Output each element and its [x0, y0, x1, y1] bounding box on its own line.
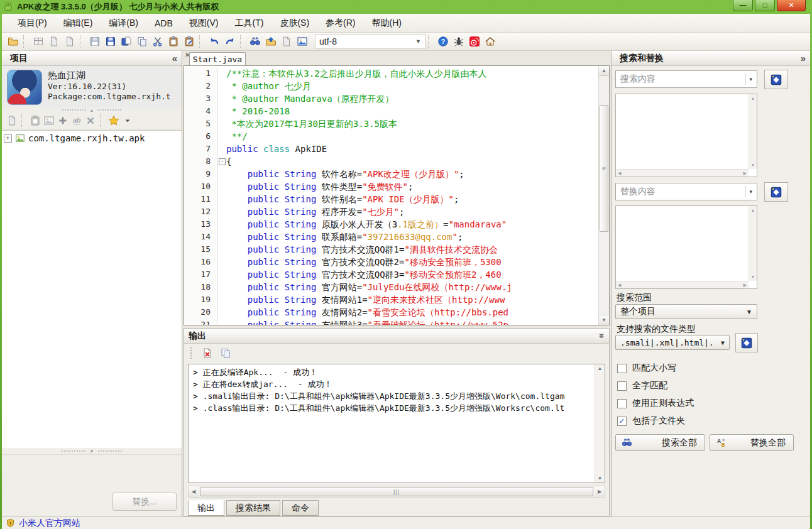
checkbox-unchecked-icon[interactable]	[617, 364, 627, 373]
output-vertical-scrollbar[interactable]: ▲ ▼	[595, 364, 605, 483]
project-bottom-splitter[interactable]: ▼	[2, 448, 182, 454]
checkbox-row-包括子文件夹[interactable]: ✓包括子文件夹	[617, 415, 685, 427]
checkbox-row-全字匹配[interactable]: 全字匹配	[617, 380, 667, 391]
tree-expander-icon[interactable]: +	[4, 134, 12, 143]
menu-item-项目[interactable]: 项目(P)	[9, 15, 55, 31]
copy-icon[interactable]	[134, 34, 150, 49]
code-line[interactable]: 2 * @author 七少月	[184, 80, 599, 92]
menu-item-参考[interactable]: 参考(R)	[317, 15, 363, 31]
app-manager-icon[interactable]	[30, 34, 46, 49]
scroll-down-icon[interactable]: ▼	[595, 474, 605, 483]
code-line[interactable]: 18 public String 官方网站="JulyEdu在线网校（http:…	[184, 281, 599, 293]
replace-dialog-button[interactable]: 替换...	[112, 493, 177, 511]
expand-panel-icon[interactable]: »	[801, 53, 806, 63]
close-button[interactable]: ✕	[777, 0, 806, 11]
weibo-icon[interactable]	[466, 34, 482, 49]
insert-replace-text-button[interactable]	[764, 182, 788, 202]
menu-item-编译[interactable]: 编译(B)	[101, 15, 146, 31]
horizontal-scrollbar[interactable]: ◀▶	[616, 169, 749, 177]
decode-resource-icon[interactable]	[42, 113, 56, 128]
code-editor[interactable]: 1/**注意：本软件从3.2之后推出少月版，自此小米人少月版由本人2 * @au…	[184, 65, 610, 325]
checkbox-checked-icon[interactable]: ✓	[617, 417, 627, 426]
insert-search-text-button[interactable]	[764, 70, 788, 89]
insert-filetype-button[interactable]	[735, 333, 758, 352]
official-site-link[interactable]: 小米人官方网站	[19, 518, 80, 529]
search-input[interactable]: 搜索内容 ▾	[615, 70, 757, 88]
paste-alt-icon[interactable]	[181, 34, 197, 49]
code-line[interactable]: 21 public String 友情网站3="吾爱破解论坛（http://ww…	[184, 319, 599, 325]
menu-item-工具[interactable]: 工具(T)	[226, 15, 272, 31]
search-all-button[interactable]: 搜索全部	[615, 434, 705, 451]
paste-icon[interactable]	[165, 34, 181, 49]
code-line[interactable]: 9 public String 软件名称="APK改之理（少月版）";	[184, 168, 599, 180]
save-icon[interactable]	[87, 34, 102, 49]
help-icon[interactable]: ?	[435, 34, 451, 49]
save-as-icon[interactable]	[118, 34, 134, 49]
code-line[interactable]: 19 public String 友情网站1="逆向未来技术社区（http://…	[184, 293, 599, 306]
sign-icon[interactable]	[278, 34, 294, 49]
undo-icon[interactable]	[206, 34, 222, 49]
replace-text-area[interactable]: ▲▼ ◀▶	[615, 205, 757, 289]
code-line[interactable]: 4 * 2016-2018	[184, 105, 599, 117]
menu-item-ADB[interactable]: ADB	[146, 16, 181, 31]
favorites-menu-icon[interactable]	[121, 113, 134, 128]
scroll-down-icon[interactable]: ▼	[599, 315, 609, 325]
open-doc-icon[interactable]	[62, 34, 77, 49]
menu-item-帮助[interactable]: 帮助(H)	[363, 15, 409, 31]
code-line[interactable]: 17 public String 官方技术交流QQ群3="移动安全预前班2，46…	[184, 268, 599, 281]
scroll-right-icon[interactable]: ▶	[595, 486, 605, 497]
bug-report-icon[interactable]	[451, 34, 466, 49]
scrollbar-thumb[interactable]: |||	[200, 487, 593, 496]
find-icon[interactable]	[247, 34, 263, 49]
code-line[interactable]: 10 public String 软件类型="免费软件";	[184, 180, 599, 193]
editor-vertical-scrollbar[interactable]: ▲ ≡ ▼	[598, 66, 609, 325]
output-log[interactable]: > 正在反编译Apk... - 成功！> 正在将dex转成jar... - 成功…	[188, 364, 605, 483]
bottom-tab-搜索结果[interactable]: 搜索结果	[226, 500, 280, 516]
code-line[interactable]: 15 public String 官方技术交流QQ群1="泗县软件技术交流协会	[184, 243, 599, 256]
add-file-icon[interactable]	[56, 113, 70, 128]
replace-input[interactable]: 替换内容 ▾	[615, 183, 757, 200]
code-line[interactable]: 7public class ApkIDE	[184, 143, 599, 155]
open-file-icon[interactable]	[5, 34, 21, 49]
code-line[interactable]: 1/**注意：本软件从3.2之后推出少月版，自此小米人少月版由本人	[184, 67, 599, 80]
checkbox-unchecked-icon[interactable]	[617, 381, 627, 391]
code-line[interactable]: 12 public String 程序开发="七少月";	[184, 205, 599, 218]
clear-output-icon[interactable]	[199, 346, 215, 361]
scroll-up-icon[interactable]: ▲	[599, 66, 609, 76]
vertical-scrollbar[interactable]: ▲▼	[749, 206, 757, 281]
checkbox-row-使用正则表达式[interactable]: 使用正则表达式	[617, 398, 694, 409]
new-file-icon[interactable]	[5, 113, 19, 128]
encoding-select[interactable]: utf-8 ▼	[315, 34, 425, 49]
code-line[interactable]: 6 **/	[184, 130, 599, 143]
import-file-icon[interactable]	[28, 113, 42, 128]
minimize-button[interactable]: —	[733, 0, 753, 11]
code-line[interactable]: 8-{	[184, 155, 599, 168]
code-line[interactable]: 20 public String 友情网站2="看雪安全论坛（http://bb…	[184, 306, 599, 319]
menu-item-编辑[interactable]: 编辑(E)	[55, 15, 101, 31]
project-splitter[interactable]: ▲	[2, 107, 182, 112]
tree-item-apk-root[interactable]: +com.ltgame.rxjh.tw.apk	[4, 133, 180, 143]
filetype-select[interactable]: .smali|.xml|.html|. ▼	[615, 335, 730, 350]
checkbox-unchecked-icon[interactable]	[617, 399, 627, 408]
code-line[interactable]: 16 public String 官方技术交流QQ群2="移动安全预前班，530…	[184, 256, 599, 268]
bottom-tab-输出[interactable]: 输出	[188, 500, 224, 516]
code-line[interactable]: 3 * @author Mandarava（原程序开发）	[184, 92, 599, 105]
vertical-scrollbar[interactable]: ▲▼	[749, 94, 757, 169]
cut-icon[interactable]	[150, 34, 165, 49]
copy-output-icon[interactable]	[217, 346, 233, 361]
fold-marker-icon[interactable]: -	[217, 155, 226, 168]
code-line[interactable]: 11 public String 软件别名="APK IDE（少月版）";	[184, 193, 599, 205]
bottom-tab-命令[interactable]: 命令	[282, 500, 319, 516]
output-horizontal-scrollbar[interactable]: ◀ ||| ▶	[188, 486, 605, 498]
favorites-star-icon[interactable]	[107, 113, 121, 128]
code-line[interactable]: 14 public String 联系邮箱="397216633@qq.com"…	[184, 231, 599, 243]
scrollbar-thumb[interactable]: ≡	[600, 105, 608, 232]
menu-item-皮肤[interactable]: 皮肤(S)	[272, 15, 317, 31]
rename-file-icon[interactable]: ab	[70, 113, 84, 128]
open-work-folder-icon[interactable]	[263, 34, 278, 49]
collapse-panel-icon[interactable]: «	[172, 53, 177, 63]
menu-item-视图[interactable]: 视图(V)	[181, 15, 227, 31]
replace-all-button[interactable]: AB 替换全部	[710, 434, 794, 451]
search-text-area[interactable]: ▲▼ ◀▶	[615, 94, 757, 177]
code-line[interactable]: 5 *本次为2017年1月30日更新的3.3.5版本	[184, 117, 599, 130]
